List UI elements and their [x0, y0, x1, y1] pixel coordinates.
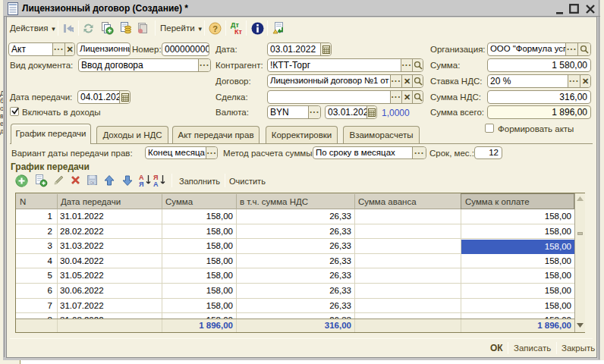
svg-text:Я: Я: [139, 180, 143, 187]
svg-text:?: ?: [212, 24, 218, 33]
svg-text:Кт: Кт: [234, 28, 242, 35]
svg-text:А: А: [153, 180, 159, 187]
svg-text:ОК: ОК: [90, 181, 95, 185]
